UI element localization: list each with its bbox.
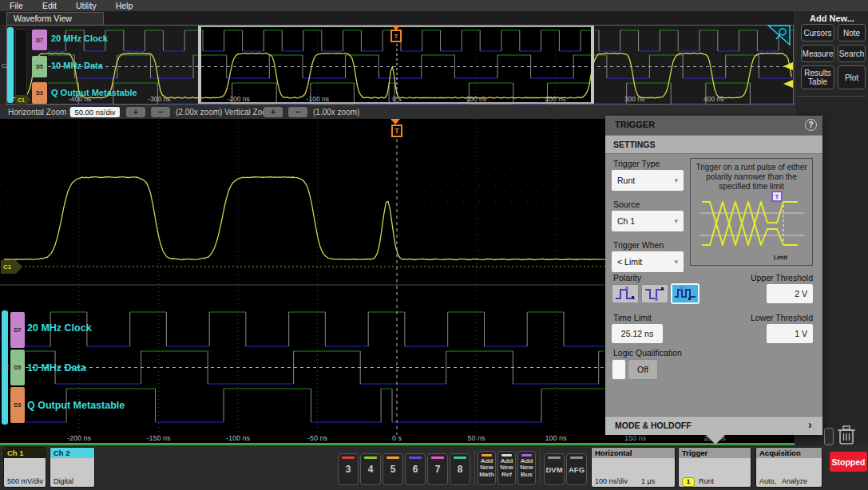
afg-label: AFG <box>569 465 585 474</box>
channel-8-button[interactable]: 8 <box>450 453 470 485</box>
main-c2-marker[interactable]: C2 <box>2 364 9 369</box>
upper-threshold-arrow-icon[interactable] <box>783 62 793 70</box>
polarity-either-button[interactable] <box>671 283 700 304</box>
note-button[interactable]: Note <box>838 24 866 41</box>
logic-off-button[interactable]: Off <box>628 359 658 380</box>
channel-5-button[interactable]: 5 <box>382 453 403 485</box>
positive-runt-icon <box>614 286 636 301</box>
ch1-badge-title: Ch 1 <box>4 448 46 458</box>
panel-divider <box>797 96 866 97</box>
trash-icon[interactable] <box>834 424 858 446</box>
source-label: Source <box>613 200 640 209</box>
ch2-type: Digital <box>54 477 91 487</box>
tab-waveform-view[interactable]: Waveform View <box>6 12 104 25</box>
logic-toggle-slider[interactable] <box>612 359 626 380</box>
channel-5-color <box>386 456 399 459</box>
tab-bar: Waveform View <box>0 11 795 25</box>
trigger-type: Runt <box>699 478 714 486</box>
time-limit-field[interactable]: 25.12 ns <box>612 324 663 343</box>
runt-trigger-diagram <box>696 199 809 255</box>
overview-d5-label: 10 MHz Data <box>51 61 103 70</box>
channel-6-color <box>409 456 422 459</box>
source-dropdown[interactable]: Ch 1 ▾ <box>612 211 684 231</box>
main-trigger-flag-icon[interactable]: T <box>391 124 402 137</box>
vertical-zoom-plus-button[interactable]: + <box>264 107 283 117</box>
menu-utility[interactable]: Utility <box>76 1 97 10</box>
oscilloscope-screen: File Edit Utility Help Waveform View -40… <box>0 0 868 490</box>
results-table-button[interactable]: Results Table <box>801 65 834 89</box>
menu-file[interactable]: File <box>10 1 23 10</box>
acquisition-badge[interactable]: Acquisition Auto, Analyze High Res: 13 b… <box>755 447 822 488</box>
channel-4-button[interactable]: 4 <box>360 453 381 485</box>
chevron-down-icon: ▾ <box>674 258 678 266</box>
plot-button[interactable]: Plot <box>838 65 866 89</box>
dvm-button[interactable]: DVM <box>544 453 565 485</box>
overview-group-handle[interactable] <box>15 29 27 103</box>
ch2-badge[interactable]: Ch 2 Digital : 2 V <box>50 447 95 488</box>
menu-edit[interactable]: Edit <box>42 1 57 10</box>
settings-section-header: SETTINGS <box>605 135 822 154</box>
horizontal-badge-title: Horizontal <box>592 448 675 458</box>
channel-5-label: 5 <box>390 464 396 475</box>
measure-button[interactable]: Measure <box>801 45 834 62</box>
horizontal-zoom-scale-input[interactable]: 50.00 ns/div <box>70 107 120 117</box>
search-button[interactable]: Search <box>838 45 866 62</box>
channel-8-label: 8 <box>458 464 463 475</box>
lower-threshold-field[interactable]: 1 V <box>767 324 813 343</box>
channel-6-button[interactable]: 6 <box>405 453 426 485</box>
menu-bar: File Edit Utility Help <box>0 0 868 11</box>
channel-7-label: 7 <box>435 464 441 475</box>
ch2-badge-title: Ch 2 <box>50 448 94 458</box>
horizontal-zoom-plus-button[interactable]: + <box>126 107 145 117</box>
trigger-when-dropdown[interactable]: < Limit ▾ <box>612 251 684 272</box>
chevron-right-icon: › <box>808 418 812 431</box>
main-trigger-arrow-icon[interactable] <box>390 119 400 124</box>
horizontal-badge[interactable]: Horizontal 100 ns/div1 µs SR: 1.25 GS/s8… <box>591 447 676 488</box>
draw-zoom-icon[interactable] <box>767 25 791 46</box>
help-icon[interactable]: ? <box>805 119 817 131</box>
channel-7-button[interactable]: 7 <box>427 453 448 485</box>
polarity-positive-button[interactable] <box>612 284 639 303</box>
trigger-description: Trigger on a runt pulse of either polari… <box>694 163 809 192</box>
stopped-button[interactable]: Stopped <box>830 452 867 472</box>
trigger-panel-header[interactable]: TRIGGER ? <box>605 116 822 135</box>
horizontal-zoom-factor: (2.00x zoom) <box>176 108 222 117</box>
main-d3-badge[interactable]: D3 <box>10 387 25 423</box>
zoom-mode-button[interactable] <box>824 428 834 445</box>
main-d7-badge[interactable]: D7 <box>10 312 25 348</box>
trigger-type-dropdown[interactable]: Runt ▾ <box>612 170 684 191</box>
channel-3-color <box>342 456 355 459</box>
menu-help[interactable]: Help <box>116 1 133 10</box>
mode-holdoff-section[interactable]: MODE & HOLDOFF › <box>605 416 822 435</box>
channel-3-button[interactable]: 3 <box>338 453 359 485</box>
trigger-source-chip: 1 <box>682 477 695 487</box>
lower-threshold-arrow-icon[interactable] <box>783 80 793 88</box>
horizontal-scale: 100 ns/div <box>595 477 641 487</box>
dvm-color <box>548 456 561 459</box>
add-new-math-button[interactable]: Add New Math <box>478 451 496 485</box>
lower-threshold-label: Lower Threshold <box>725 313 813 322</box>
vertical-zoom-minus-button[interactable]: − <box>288 107 307 117</box>
upper-threshold-field[interactable]: 2 V <box>767 284 813 303</box>
add-new-title: Add New... <box>795 14 868 23</box>
ch1-badge[interactable]: Ch 1 500 mV/div DS 500 MHz <box>3 447 46 488</box>
add-new-bus-button[interactable]: Add New Bus <box>517 451 536 485</box>
diagram-trigger-flag-icon: T <box>771 191 783 202</box>
cursors-button[interactable]: Cursors <box>801 24 834 41</box>
main-d3-label: Q Output Metastable <box>27 400 125 411</box>
horizontal-zoom-minus-button[interactable]: − <box>151 107 170 117</box>
overview-d5-badge[interactable]: D5 <box>32 56 47 77</box>
polarity-label: Polarity <box>613 273 641 283</box>
add-new-ref-button[interactable]: Add New Ref <box>497 451 516 485</box>
trigger-badge[interactable]: Trigger 1 Runt < 25.12 ns U: 2 V L: 1 V <box>678 447 751 488</box>
overview-d3-badge[interactable]: D3 <box>32 82 47 104</box>
panel-callout-arrow <box>706 435 725 445</box>
logic-qualification-label: Logic Qualification <box>613 348 682 358</box>
chevron-down-icon: ▾ <box>674 176 678 184</box>
overview-c2-marker[interactable]: C2 <box>2 63 9 69</box>
polarity-negative-button[interactable] <box>641 284 668 303</box>
overview-d7-badge[interactable]: D7 <box>32 30 47 50</box>
main-d5-badge[interactable]: D5 <box>10 350 25 385</box>
afg-button[interactable]: AFG <box>566 453 587 485</box>
overview-trigger-flag-icon[interactable]: T <box>390 30 402 42</box>
